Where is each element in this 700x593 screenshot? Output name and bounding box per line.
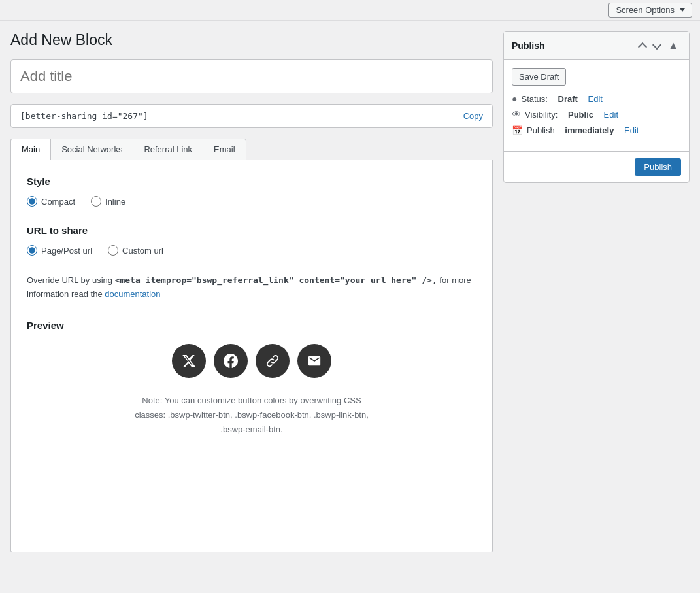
note-text: Note: You can customize button colors by… [27, 394, 476, 437]
note-line1: Note: You can customize button colors by… [142, 396, 361, 405]
preview-section: Preview [27, 320, 476, 437]
style-section-title: Style [27, 176, 476, 187]
visibility-edit-link[interactable]: Edit [604, 110, 618, 120]
compact-radio-label[interactable]: Compact [27, 196, 75, 207]
status-icon: ● [512, 93, 517, 104]
tabs-container: Main Social Networks Referral Link Email [10, 139, 493, 160]
url-section-title: URL to share [27, 225, 476, 236]
publish-collapse-up-button[interactable] [637, 39, 648, 53]
tab-social-networks[interactable]: Social Networks [50, 139, 133, 160]
url-section: URL to share Page/Post url Custom url Ov… [27, 225, 476, 301]
custom-url-text: Custom url [122, 246, 163, 256]
preview-title: Preview [27, 320, 476, 331]
link-icon-button[interactable] [256, 344, 290, 378]
preview-icons [27, 344, 476, 378]
style-radio-group: Compact Inline [27, 196, 476, 207]
chevron-up-icon [638, 42, 647, 51]
publish-time-meta-item: 📅 Publish immediately Edit [512, 125, 681, 135]
publish-box: Publish ▲ Save Draft ● Status: [503, 31, 690, 183]
tab-panel-main: Style Compact Inline URL to share [10, 160, 493, 552]
title-input[interactable] [10, 59, 493, 93]
email-icon-button[interactable] [297, 344, 331, 378]
status-label: Status: [521, 94, 547, 104]
visibility-value: Public [568, 110, 593, 120]
note-line2: classes: .bswp-twitter-btn, .bswp-facebo… [135, 410, 369, 420]
visibility-meta-item: 👁 Visibility: Public Edit [512, 109, 681, 120]
page-post-url-label[interactable]: Page/Post url [27, 245, 92, 256]
page-post-url-radio[interactable] [27, 245, 37, 256]
chevron-down-icon [680, 8, 685, 12]
note-line3: .bswp-email-btn. [220, 424, 282, 434]
screen-options-label: Screen Options [616, 5, 675, 15]
inline-radio[interactable] [91, 196, 101, 207]
visibility-label: Visibility: [525, 110, 558, 120]
chevron-down-icon [652, 40, 661, 49]
page-post-url-text: Page/Post url [41, 246, 92, 256]
tab-main[interactable]: Main [10, 139, 51, 160]
override-text: Override URL by using <meta itemprop="bs… [27, 274, 476, 301]
tab-email[interactable]: Email [203, 139, 246, 160]
publish-box-title: Publish [512, 41, 545, 51]
tab-referral-link[interactable]: Referral Link [133, 139, 203, 160]
page-title: Add New Block [10, 31, 493, 49]
documentation-link[interactable]: documentation [105, 289, 160, 299]
publish-collapse-down-button[interactable] [651, 39, 663, 53]
screen-options-button[interactable]: Screen Options [608, 3, 692, 18]
publish-body: Save Draft ● Status: Draft Edit 👁 Visibi… [504, 60, 689, 151]
twitter-icon-button[interactable] [172, 344, 206, 378]
shortcode-text: [better-sharing id="267"] [20, 111, 148, 121]
publish-time-label: Publish [527, 126, 555, 135]
override-text-before: Override URL by using [27, 275, 115, 285]
copy-button[interactable]: Copy [463, 111, 483, 121]
status-meta-item: ● Status: Draft Edit [512, 93, 681, 104]
url-radio-group: Page/Post url Custom url [27, 245, 476, 256]
publish-time-value: immediately [565, 126, 614, 135]
publish-button[interactable]: Publish [635, 158, 681, 176]
save-draft-button[interactable]: Save Draft [512, 68, 566, 86]
publish-header: Publish ▲ [504, 32, 689, 60]
custom-url-label[interactable]: Custom url [108, 245, 163, 256]
compact-label: Compact [41, 197, 75, 207]
publish-collapse-button[interactable]: ▲ [665, 39, 681, 53]
publish-controls: ▲ [637, 39, 681, 53]
compact-radio[interactable] [27, 196, 37, 207]
style-section: Style Compact Inline [27, 176, 476, 207]
publish-time-edit-link[interactable]: Edit [624, 126, 639, 135]
main-content: Add New Block [better-sharing id="267"] … [10, 31, 493, 583]
publish-footer: Publish [504, 151, 689, 182]
status-value: Draft [558, 94, 578, 104]
page-wrapper: Add New Block [better-sharing id="267"] … [0, 21, 700, 593]
facebook-icon-button[interactable] [214, 344, 248, 378]
inline-label: Inline [105, 197, 125, 207]
override-code: <meta itemprop="bswp_referral_link" cont… [115, 275, 437, 285]
status-edit-link[interactable]: Edit [588, 94, 603, 104]
visibility-icon: 👁 [512, 109, 521, 120]
top-bar: Screen Options [0, 0, 700, 21]
sidebar: Publish ▲ Save Draft ● Status: [503, 31, 690, 583]
inline-radio-label[interactable]: Inline [91, 196, 125, 207]
custom-url-radio[interactable] [108, 245, 118, 256]
shortcode-box: [better-sharing id="267"] Copy [10, 104, 493, 128]
calendar-icon: 📅 [512, 125, 523, 135]
publish-meta-list: ● Status: Draft Edit 👁 Visibility: Publi… [512, 93, 681, 135]
